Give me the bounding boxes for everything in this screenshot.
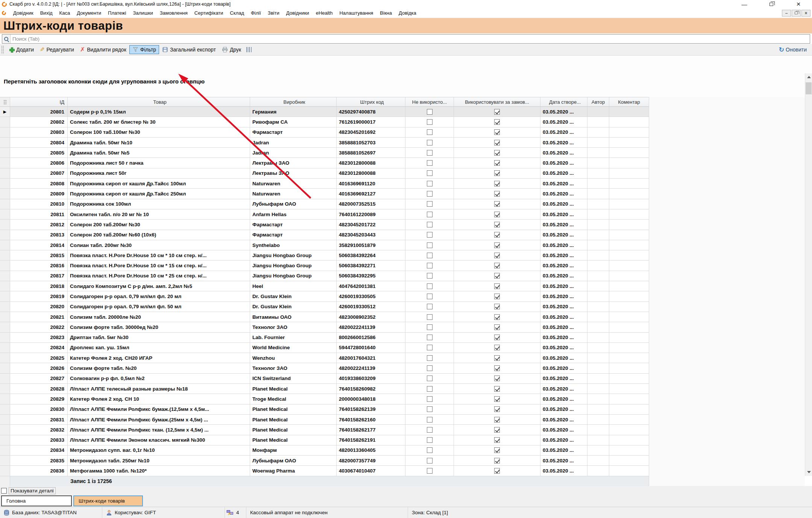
table-row[interactable]: ▶ 20808 Подорожника сироп от кашля Др.Та…: [0, 179, 649, 189]
cell-use-for-order[interactable]: [454, 435, 540, 445]
cell-manufacturer[interactable]: Planet Medical: [250, 425, 337, 435]
table-row[interactable]: ▶ 20821 Солизим табл. 20000ле №20 Витами…: [0, 312, 649, 322]
column-header-not-used[interactable]: Не використо...: [405, 97, 454, 106]
cell-use-for-order[interactable]: [454, 445, 540, 456]
use-for-order-checkbox[interactable]: [494, 181, 500, 186]
cell-author[interactable]: [587, 291, 609, 301]
menu-vykhid[interactable]: Вихід: [37, 9, 56, 17]
cell-date-created[interactable]: 03.05.2020 ...: [540, 291, 587, 301]
row-selector-cell[interactable]: ▶: [0, 404, 10, 415]
cell-use-for-order[interactable]: [454, 271, 540, 281]
table-row[interactable]: ▶ 20831 Л/пласт АЛПЕ Фемили Ролфикс бума…: [0, 415, 649, 425]
cell-comment[interactable]: [609, 107, 649, 117]
row-selector-cell[interactable]: ▶: [0, 127, 10, 138]
column-header-id[interactable]: ІД: [10, 97, 68, 106]
use-for-order-checkbox[interactable]: [494, 294, 500, 299]
cell-comment[interactable]: [609, 220, 649, 230]
export-button[interactable]: Загальний експорт: [159, 45, 219, 54]
column-header-product[interactable]: Товар: [68, 97, 250, 106]
row-selector-cell[interactable]: ▶: [0, 240, 10, 250]
cell-barcode[interactable]: 4820022241139: [337, 363, 405, 373]
table-row[interactable]: ▶ 20818 Солидаго Композитум С р-р д/ин. …: [0, 281, 649, 291]
cell-author[interactable]: [587, 158, 609, 168]
use-for-order-checkbox[interactable]: [494, 386, 500, 392]
cell-author[interactable]: [587, 179, 609, 189]
row-selector-cell[interactable]: ▶: [0, 117, 10, 127]
cell-use-for-order[interactable]: [454, 333, 540, 343]
cell-not-used[interactable]: [405, 435, 454, 445]
cell-date-created[interactable]: 03.05.2020 ...: [540, 250, 587, 261]
cell-product[interactable]: Л/пласт АЛПЕ Фемили Эконом классич. мягк…: [68, 435, 250, 445]
cell-comment[interactable]: [609, 127, 649, 138]
cell-use-for-order[interactable]: [454, 148, 540, 158]
cell-product[interactable]: Дроплекс кап. уш. 15мл: [68, 343, 250, 353]
row-selector-cell[interactable]: ▶: [0, 302, 10, 312]
table-row[interactable]: ▶ 20807 Подорожника лист 50г Лектравы ЗА…: [0, 168, 649, 179]
cell-product[interactable]: Катетер Фолея 2 ход. СН 10: [68, 394, 250, 404]
use-for-order-checkbox[interactable]: [494, 222, 500, 227]
row-selector-cell[interactable]: ▶: [0, 425, 10, 435]
menu-sertyfikaty[interactable]: Сертифікати: [191, 9, 227, 17]
table-row[interactable]: ▶ 20817 Повязка пласт. H.Pore Dr.House 1…: [0, 271, 649, 281]
table-row[interactable]: ▶ 20827 Солковагин р-р фл. 0,5мл №2 ICN …: [0, 374, 649, 384]
use-for-order-checkbox[interactable]: [494, 140, 500, 145]
use-for-order-checkbox[interactable]: [494, 458, 500, 463]
cell-id[interactable]: 20806: [10, 158, 68, 168]
cell-product[interactable]: Солизим форте табл. №20: [68, 363, 250, 373]
cell-author[interactable]: [587, 220, 609, 230]
group-by-panel[interactable]: Перетягніть заголовок колонки сюди для у…: [0, 56, 812, 97]
cell-manufacturer[interactable]: Naturwaren: [250, 189, 337, 199]
table-row[interactable]: ▶ 20823 Дриптан табл. 5мг №30 Lab. Fourn…: [0, 333, 649, 343]
table-row[interactable]: ▶ 20833 Л/пласт АЛПЕ Фемили Эконом класс…: [0, 435, 649, 445]
table-row[interactable]: ▶ 20801 Содерм р-р 0,1% 15мл Германия 42…: [0, 107, 649, 117]
cell-author[interactable]: [587, 148, 609, 158]
row-selector-cell[interactable]: ▶: [0, 466, 10, 476]
use-for-order-checkbox[interactable]: [494, 406, 500, 412]
cell-comment[interactable]: [609, 302, 649, 312]
use-for-order-checkbox[interactable]: [494, 253, 500, 258]
cell-not-used[interactable]: [405, 107, 454, 117]
table-row[interactable]: ▶ 20825 Катетер Фолея 2 ход. СН20 ИГАР W…: [0, 353, 649, 363]
table-row[interactable]: ▶ 20816 Повязка пласт. H.Pore Dr.House 1…: [0, 261, 649, 271]
cell-not-used[interactable]: [405, 302, 454, 312]
row-selector-cell[interactable]: ▶: [0, 189, 10, 199]
table-row[interactable]: ▶ 20835 Метронидазол табл. 250мг №10 Луб…: [0, 456, 649, 466]
cell-date-created[interactable]: 03.05.2020 ...: [540, 179, 587, 189]
toolbar-grip[interactable]: [1, 45, 4, 54]
cell-id[interactable]: 20831: [10, 415, 68, 425]
cell-manufacturer[interactable]: Лубныфарм ОАО: [250, 199, 337, 209]
cell-use-for-order[interactable]: [454, 250, 540, 261]
cell-id[interactable]: 20820: [10, 302, 68, 312]
cell-comment[interactable]: [609, 261, 649, 271]
cell-comment[interactable]: [609, 322, 649, 332]
not-used-checkbox[interactable]: [427, 212, 433, 217]
cell-author[interactable]: [587, 117, 609, 127]
not-used-checkbox[interactable]: [427, 324, 433, 330]
cell-not-used[interactable]: [405, 456, 454, 466]
not-used-checkbox[interactable]: [427, 253, 433, 258]
menu-dovidka[interactable]: Довідка: [395, 9, 420, 17]
cell-comment[interactable]: [609, 425, 649, 435]
cell-manufacturer[interactable]: Jadran: [250, 138, 337, 148]
cell-comment[interactable]: [609, 271, 649, 281]
cell-use-for-order[interactable]: [454, 343, 540, 353]
cell-product[interactable]: Драмина табл. 50мг №5: [68, 148, 250, 158]
cell-author[interactable]: [587, 353, 609, 363]
use-for-order-checkbox[interactable]: [494, 150, 500, 156]
cell-product[interactable]: Дриптан табл. 5мг №30: [68, 333, 250, 343]
cell-barcode[interactable]: 7640158262139: [337, 404, 405, 415]
cell-product[interactable]: Подорожника сироп от кашля Др.Тайсс 250м…: [68, 189, 250, 199]
cell-date-created[interactable]: 03.05.2020 ...: [540, 302, 587, 312]
column-header-use-for-order[interactable]: Використовувати за замов...: [454, 97, 540, 106]
cell-product[interactable]: Солидаго Композитум С р-р д/ин. амп. 2,2…: [68, 281, 250, 291]
cell-manufacturer[interactable]: Anfarm Hellas: [250, 209, 337, 220]
cell-date-created[interactable]: 03.05.2020 ...: [540, 415, 587, 425]
cell-barcode[interactable]: 2000000348018: [337, 394, 405, 404]
cell-author[interactable]: [587, 425, 609, 435]
not-used-checkbox[interactable]: [427, 376, 433, 381]
cell-id[interactable]: 20810: [10, 199, 68, 209]
use-for-order-checkbox[interactable]: [494, 160, 500, 166]
cell-use-for-order[interactable]: [454, 107, 540, 117]
cell-date-created[interactable]: 03.05.2020 ...: [540, 445, 587, 456]
cell-product[interactable]: Солерон 100 таб.100мг №30: [68, 127, 250, 138]
